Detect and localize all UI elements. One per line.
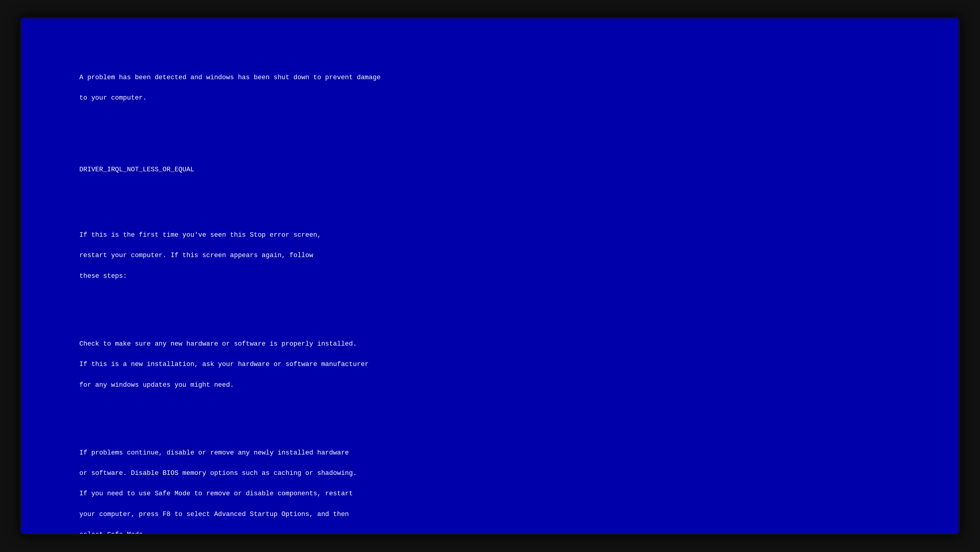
para3-line5: select Safe Mode. (79, 531, 146, 534)
para3-line4: your computer, press F8 to select Advanc… (79, 511, 349, 518)
para3-line2: or software. Disable BIOS memory options… (79, 470, 357, 477)
para1-line1: If this is the first time you've seen th… (79, 231, 321, 239)
monitor: A problem has been detected and windows … (19, 16, 960, 536)
para1-section: If this is the first time you've seen th… (48, 220, 932, 292)
intro-line1: A problem has been detected and windows … (79, 74, 380, 81)
para2-line2: If this is a new installation, ask your … (79, 361, 369, 368)
intro-line2: to your computer. (79, 94, 146, 102)
para3-line1: If problems continue, disable or remove … (79, 449, 349, 457)
error-code-section: DRIVER_IRQL_NOT_LESS_OR_EQUAL (48, 154, 932, 185)
bsod-screen: A problem has been detected and windows … (21, 18, 958, 534)
para3-line3: If you need to use Safe Mode to remove o… (79, 490, 353, 497)
error-code: DRIVER_IRQL_NOT_LESS_OR_EQUAL (79, 166, 194, 173)
intro-section: A problem has been detected and windows … (48, 62, 932, 113)
para1-line3: these steps: (79, 273, 127, 280)
para3-section: If problems continue, disable or remove … (48, 438, 932, 534)
bsod-content: A problem has been detected and windows … (48, 42, 932, 534)
para2-line3: for any windows updates you might need. (79, 381, 234, 389)
para2-section: Check to make sure any new hardware or s… (48, 329, 932, 400)
para2-line1: Check to make sure any new hardware or s… (79, 340, 357, 348)
para1-line2: restart your computer. If this screen ap… (79, 252, 313, 259)
